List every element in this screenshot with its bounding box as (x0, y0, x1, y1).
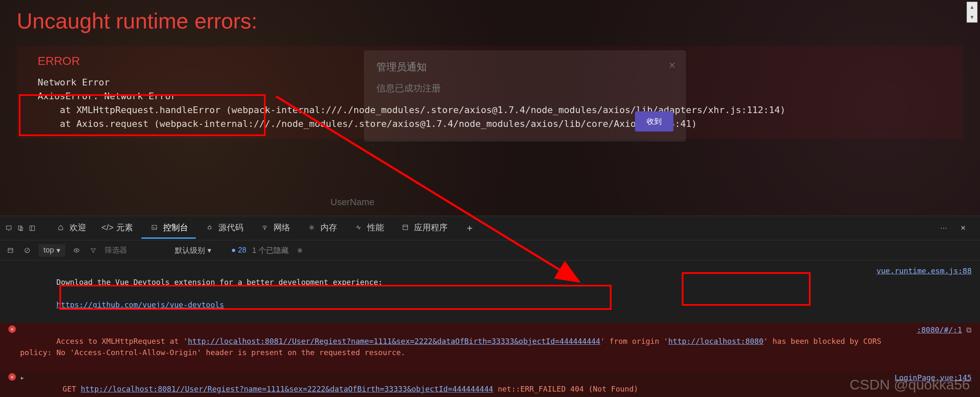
source-link[interactable]: vue.runtime.esm.js:88 (868, 265, 972, 322)
issues-badge[interactable]: ● 28 (231, 246, 246, 255)
context-value: top (43, 246, 54, 255)
tab-performance[interactable]: 性能 (345, 218, 391, 239)
add-tab-icon[interactable]: + (464, 223, 475, 234)
svg-point-16 (299, 249, 301, 251)
scroll-down-button[interactable]: ▼ (967, 12, 977, 22)
runtime-error-overlay: Uncaught runtime errors: ERROR Network E… (0, 0, 980, 216)
bug-icon (204, 222, 215, 233)
chevron-down-icon: ▾ (56, 246, 60, 255)
svg-line-14 (26, 249, 29, 252)
svg-point-6 (208, 226, 211, 229)
modal-body: 信息已成功注册 (376, 82, 673, 95)
username-label: UserName (330, 197, 374, 208)
tab-label: 内存 (320, 222, 337, 233)
scroll-widget: ▲ ▼ (967, 2, 977, 23)
svg-point-15 (76, 250, 77, 251)
modal-close-button[interactable]: × (669, 59, 676, 72)
gear-icon (306, 222, 317, 233)
console-message: Download the Vue Devtools extension for … (0, 264, 980, 323)
svg-point-8 (311, 227, 312, 228)
level-dropdown[interactable]: 默认级别 ▾ (175, 245, 211, 255)
chevron-down-icon: ▾ (207, 246, 211, 255)
error-text: GET (63, 384, 81, 393)
tab-network[interactable]: 网络 (252, 218, 298, 239)
tab-label: 性能 (367, 222, 384, 233)
more-icon[interactable]: ⋯ (938, 223, 949, 234)
devtools-tabbar: 欢迎 </> 元素 控制台 源代码 网络 内存 性能 应用程序 (0, 216, 980, 240)
log-text: Download the Vue Devtools extension for … (56, 278, 383, 286)
tab-label: 源代码 (218, 222, 243, 233)
wifi-icon (259, 222, 270, 233)
svg-rect-3 (30, 226, 34, 230)
request-url-link[interactable]: http://localhost:8081//User/Regiest?name… (188, 337, 600, 345)
tab-sources[interactable]: 源代码 (197, 218, 251, 239)
device-icon[interactable] (15, 223, 26, 234)
svg-rect-9 (403, 225, 407, 229)
console-error: ✕ ▸ GET http://localhost:8081//User/Regi… (0, 371, 980, 397)
console-icon (149, 222, 160, 233)
app-icon (400, 222, 411, 233)
close-devtools-icon[interactable]: ✕ (957, 223, 968, 234)
pulse-icon (353, 222, 364, 233)
home-icon (55, 222, 66, 233)
context-dropdown[interactable]: top ▾ (38, 244, 65, 257)
sidebar-toggle-icon[interactable] (5, 245, 16, 256)
devtools-panel: 欢迎 </> 元素 控制台 源代码 网络 内存 性能 应用程序 (0, 216, 980, 397)
failed-url-link[interactable]: http://localhost:8081//User/Regiest?name… (81, 384, 493, 393)
code-icon: </> (102, 222, 113, 233)
console-toolbar: top ▾ 默认级别 ▾ ● 28 1 个已隐藏 (0, 240, 980, 260)
modal-ok-button[interactable]: 收到 (635, 111, 673, 131)
dock-icon[interactable] (27, 223, 38, 234)
tab-welcome[interactable]: 欢迎 (48, 218, 94, 239)
live-expr-icon[interactable] (71, 245, 82, 256)
settings-icon[interactable] (294, 245, 305, 256)
modal-title: 管理员通知 (376, 60, 673, 74)
level-value: 默认级别 (175, 245, 205, 255)
tab-label: 控制台 (163, 222, 188, 233)
scroll-up-button[interactable]: ▲ (967, 2, 977, 12)
error-icon: ✕ (8, 373, 16, 381)
tab-label: 网络 (274, 222, 290, 233)
svg-rect-5 (152, 225, 156, 229)
overlay-title: Uncaught runtime errors: (17, 8, 963, 34)
tab-memory[interactable]: 内存 (299, 218, 345, 239)
error-icon: ✕ (8, 325, 16, 333)
tab-label: 元素 (116, 222, 133, 233)
watermark: CSDN @quokka56 (850, 376, 970, 393)
svg-rect-11 (8, 248, 13, 253)
tab-label: 欢迎 (69, 222, 86, 233)
svg-rect-0 (6, 226, 11, 229)
devtools-link[interactable]: https://github.com/vuejs/vue-devtools (56, 300, 224, 309)
expand-arrow-icon[interactable]: ▸ (20, 372, 25, 397)
origin-url-link[interactable]: http://localhost:8080 (668, 337, 764, 345)
tab-label: 应用程序 (414, 222, 448, 233)
console-output: Download the Vue Devtools extension for … (0, 260, 980, 397)
hidden-count: 1 个已隐藏 (252, 245, 289, 255)
console-error: ✕ Access to XMLHttpRequest at 'http://lo… (0, 323, 980, 371)
tab-elements[interactable]: </> 元素 (95, 218, 141, 239)
inspect-icon[interactable] (3, 223, 14, 234)
copy-icon[interactable]: ⧉ (966, 324, 972, 369)
filter-icon (88, 245, 99, 256)
filter-input[interactable] (105, 246, 146, 255)
source-link[interactable]: :8080/#/:1 (908, 324, 962, 369)
svg-point-7 (264, 229, 265, 229)
notification-modal: 管理员通知 × 信息已成功注册 收到 (364, 50, 686, 142)
clear-console-icon[interactable] (22, 245, 33, 256)
tab-console[interactable]: 控制台 (141, 218, 196, 239)
error-text: Access to XMLHttpRequest at ' (56, 337, 188, 345)
tab-application[interactable]: 应用程序 (392, 218, 455, 239)
svg-rect-1 (18, 226, 21, 230)
